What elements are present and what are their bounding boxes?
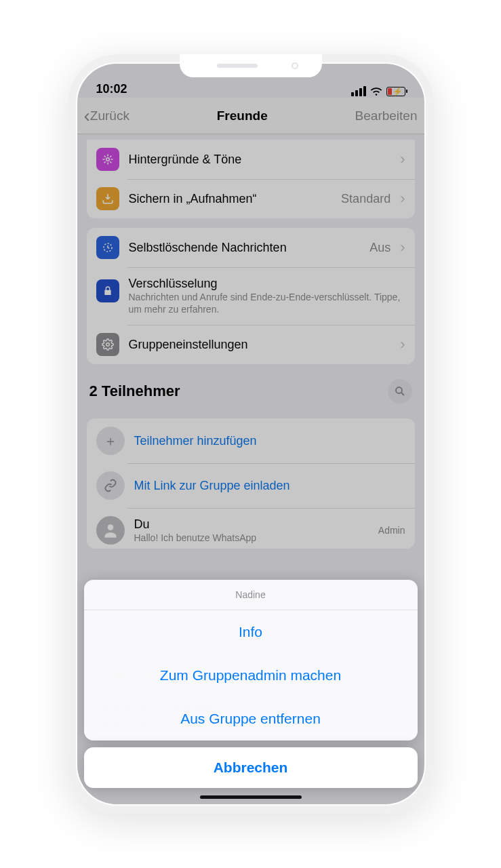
action-sheet-overlay[interactable]: Nadine Info Zum Gruppenadmin machen Aus … [77, 64, 424, 804]
action-info-button[interactable]: Info [84, 610, 418, 654]
action-make-admin-button[interactable]: Zum Gruppenadmin machen [84, 654, 418, 697]
screen: 10:02 ⚡ ‹ Zurück Freunde Bearbeiten [77, 64, 424, 804]
action-cancel-button[interactable]: Abbrechen [84, 747, 418, 788]
action-sheet-title: Nadine [84, 580, 418, 610]
phone-mockup: 10:02 ⚡ ‹ Zurück Freunde Bearbeiten [68, 54, 434, 814]
action-sheet: Nadine Info Zum Gruppenadmin machen Aus … [84, 580, 418, 741]
home-indicator[interactable] [200, 795, 302, 799]
action-remove-button[interactable]: Aus Gruppe entfernen [84, 697, 418, 741]
